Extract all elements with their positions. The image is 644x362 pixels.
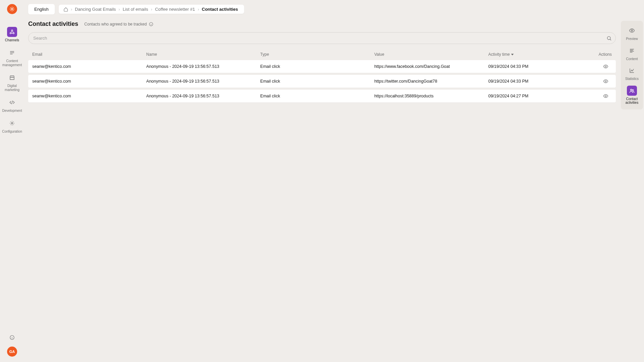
- table-row[interactable]: seanw@kentico.comAnonymous - 2024-09-19 …: [28, 60, 616, 73]
- cell-email: seanw@kentico.com: [32, 64, 146, 69]
- svg-point-11: [631, 30, 633, 32]
- rnav-contact-activities[interactable]: Contact activities: [622, 84, 642, 107]
- main-content: English › Dancing Goat Emails › List of …: [24, 0, 620, 362]
- breadcrumb-home[interactable]: [63, 7, 68, 12]
- svg-point-12: [631, 89, 632, 91]
- chevron-right-icon: ›: [151, 7, 152, 12]
- cell-value: https://twitter.com/DancingGoat78: [374, 79, 489, 84]
- cell-type: Email click: [260, 79, 374, 84]
- stack-icon: [9, 50, 15, 56]
- activities-table: Email Name Type Value Activity time Acti…: [28, 49, 616, 102]
- breadcrumb-current: Contact activities: [202, 7, 238, 12]
- eye-icon: [629, 28, 635, 34]
- chart-icon: [629, 67, 635, 74]
- svg-point-9: [605, 81, 606, 82]
- svg-point-2: [10, 33, 11, 34]
- eye-icon: [603, 64, 608, 69]
- logo-icon: [9, 6, 15, 12]
- subtitle-text: Contacts who agreed to be tracked: [84, 22, 147, 27]
- svg-point-1: [11, 30, 13, 31]
- table-body: seanw@kentico.comAnonymous - 2024-09-19 …: [28, 60, 616, 102]
- rnav-content[interactable]: Content: [622, 44, 642, 63]
- page-title: Contact activities: [28, 20, 78, 28]
- language-label: English: [34, 7, 49, 12]
- table-row[interactable]: seanw@kentico.comAnonymous - 2024-09-19 …: [28, 75, 616, 88]
- chevron-right-icon: ›: [198, 7, 199, 12]
- right-sidebar: Preview Content Statistics Contact activ…: [620, 0, 644, 362]
- gear-icon: [9, 120, 15, 126]
- breadcrumb-link[interactable]: Coffee newsletter #1: [155, 7, 195, 12]
- chevron-right-icon: ›: [119, 7, 120, 12]
- cell-actions: [582, 79, 612, 84]
- rnav-statistics[interactable]: Statistics: [622, 63, 642, 83]
- cell-email: seanw@kentico.com: [32, 94, 146, 98]
- users-icon: [629, 88, 635, 94]
- th-email[interactable]: Email: [32, 52, 146, 57]
- sort-desc-icon: [511, 54, 514, 55]
- cell-value: https://www.facebook.com/Dancing.Goat: [374, 64, 489, 69]
- nav-content-management[interactable]: Content management: [1, 46, 24, 69]
- view-button[interactable]: [603, 79, 608, 84]
- cell-time: 09/19/2024 04:33 PM: [488, 79, 582, 84]
- avatar-initials: GA: [9, 350, 15, 354]
- nav-channels[interactable]: Channels: [1, 25, 24, 44]
- cell-name: Anonymous - 2024-09-19 13:56:57.513: [146, 94, 261, 98]
- svg-point-4: [11, 123, 13, 124]
- code-icon: [9, 99, 15, 105]
- nav-label: Configuration: [2, 130, 22, 134]
- cell-type: Email click: [260, 94, 374, 98]
- nav-configuration[interactable]: Configuration: [1, 116, 24, 136]
- left-sidebar: Channels Content management Digital mark…: [0, 0, 24, 362]
- nav-development[interactable]: Development: [1, 95, 24, 115]
- info-icon: [9, 335, 15, 340]
- nav-label: Development: [2, 109, 22, 113]
- rnav-label: Contact activities: [623, 97, 641, 105]
- th-label: Activity time: [488, 52, 510, 57]
- page-subtitle: Contacts who agreed to be tracked: [84, 22, 153, 27]
- table-header: Email Name Type Value Activity time Acti…: [28, 49, 616, 60]
- breadcrumb: › Dancing Goat Emails › List of emails ›…: [59, 5, 244, 14]
- cell-time: 09/19/2024 04:33 PM: [488, 64, 582, 69]
- rnav-label: Preview: [626, 37, 638, 41]
- eye-icon: [603, 79, 608, 84]
- view-button[interactable]: [603, 64, 608, 69]
- svg-point-8: [605, 66, 606, 67]
- breadcrumb-link[interactable]: List of emails: [123, 7, 148, 12]
- th-type[interactable]: Type: [260, 52, 374, 57]
- nav-digital-marketing[interactable]: Digital marketing: [1, 71, 24, 94]
- svg-point-0: [11, 8, 13, 10]
- eye-icon: [603, 93, 608, 99]
- cell-time: 09/19/2024 04:27 PM: [488, 94, 582, 98]
- nav-label: Digital marketing: [1, 84, 23, 92]
- rnav-label: Content: [626, 57, 638, 61]
- cell-value: https://localhost:35889/products: [374, 94, 489, 98]
- language-selector[interactable]: English: [28, 4, 55, 14]
- search-input[interactable]: [28, 32, 616, 44]
- cell-actions: [582, 93, 612, 99]
- svg-point-3: [13, 33, 14, 34]
- home-icon: [63, 7, 68, 12]
- chevron-right-icon: ›: [71, 7, 72, 12]
- th-value[interactable]: Value: [374, 52, 489, 57]
- svg-point-10: [605, 95, 606, 97]
- rnav-label: Statistics: [625, 77, 639, 81]
- table-row[interactable]: seanw@kentico.comAnonymous - 2024-09-19 …: [28, 90, 616, 102]
- rnav-preview[interactable]: Preview: [622, 24, 642, 43]
- help-button[interactable]: [9, 335, 15, 341]
- th-actions: Actions: [582, 52, 612, 57]
- user-avatar[interactable]: GA: [7, 347, 17, 357]
- info-icon[interactable]: [149, 22, 153, 27]
- cell-name: Anonymous - 2024-09-19 13:56:57.513: [146, 79, 261, 84]
- search-button[interactable]: [606, 36, 612, 41]
- th-activity-time[interactable]: Activity time: [488, 52, 582, 57]
- cell-name: Anonymous - 2024-09-19 13:56:57.513: [146, 64, 261, 69]
- nav-label: Channels: [5, 38, 19, 42]
- view-button[interactable]: [603, 93, 608, 99]
- th-name[interactable]: Name: [146, 52, 261, 57]
- breadcrumb-link[interactable]: Dancing Goat Emails: [75, 7, 116, 12]
- nav-label: Content management: [1, 59, 23, 67]
- app-logo[interactable]: [7, 4, 17, 14]
- svg-point-13: [632, 89, 634, 91]
- svg-point-7: [607, 36, 610, 39]
- store-icon: [9, 75, 15, 81]
